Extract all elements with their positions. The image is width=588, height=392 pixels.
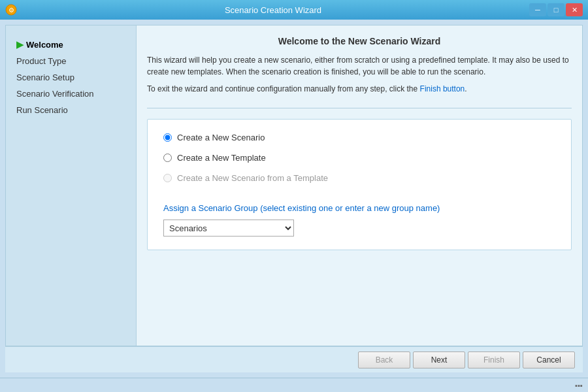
welcome-header: Welcome to the New Scenario Wizard xyxy=(147,36,572,46)
sidebar-label-scenario-setup: Scenario Setup xyxy=(16,73,74,82)
minimize-button[interactable]: ─ xyxy=(529,3,546,16)
radio-create-new-template-input[interactable] xyxy=(163,154,172,162)
radio-create-from-template-label: Create a New Scenario from a Template xyxy=(177,173,328,183)
finish-link[interactable]: Finish button xyxy=(420,84,465,93)
sidebar-label-product-type: Product Type xyxy=(16,56,66,66)
radio-create-new-scenario[interactable]: Create a New Scenario xyxy=(163,133,555,142)
sidebar-label-run-scenario: Run Scenario xyxy=(16,105,68,115)
app-icon: ⚙ xyxy=(5,4,17,16)
assign-group-label: Assign a Scenario Group (select existing… xyxy=(163,203,555,213)
scenario-group-select: Scenarios xyxy=(163,220,555,237)
radio-create-new-template-label: Create a New Template xyxy=(177,153,266,163)
status-dots: ▪▪▪ xyxy=(575,382,583,389)
radio-create-new-template[interactable]: Create a New Template xyxy=(163,153,555,163)
window-controls: ─ □ ✕ xyxy=(529,3,583,16)
title-bar: ⚙ Scenario Creation Wizard ─ □ ✕ xyxy=(0,0,588,20)
active-arrow-icon: ▶ xyxy=(16,39,24,50)
sidebar-item-run-scenario[interactable]: Run Scenario xyxy=(14,102,128,118)
status-bar: ▪▪▪ xyxy=(0,378,588,392)
close-button[interactable]: ✕ xyxy=(566,3,583,16)
cancel-button[interactable]: Cancel xyxy=(523,351,575,368)
content-area: Welcome to the New Scenario Wizard This … xyxy=(137,25,582,346)
sidebar-label-welcome: Welcome xyxy=(26,40,63,50)
radio-create-new-scenario-input[interactable] xyxy=(163,133,172,142)
divider xyxy=(147,108,572,108)
bottom-bar: Back Next Finish Cancel xyxy=(5,346,583,372)
sidebar-item-product-type[interactable]: Product Type xyxy=(14,53,128,69)
sidebar-item-scenario-verification[interactable]: Scenario Verification xyxy=(14,86,128,102)
main-area: ▶ Welcome Product Type Scenario Setup Sc… xyxy=(0,20,588,378)
maximize-button[interactable]: □ xyxy=(547,3,564,16)
window-title: Scenario Creation Wizard xyxy=(17,5,529,15)
description-1: This wizard will help you create a new s… xyxy=(147,54,572,78)
sidebar-item-welcome[interactable]: ▶ Welcome xyxy=(14,36,128,53)
back-button[interactable]: Back xyxy=(358,351,410,368)
wizard-container: ▶ Welcome Product Type Scenario Setup Sc… xyxy=(5,25,583,346)
sidebar-label-scenario-verification: Scenario Verification xyxy=(16,89,94,99)
finish-button[interactable]: Finish xyxy=(468,351,520,368)
radio-create-from-template: Create a New Scenario from a Template xyxy=(163,173,555,183)
description-2: To exit the wizard and continue configur… xyxy=(147,83,572,95)
svg-text:⚙: ⚙ xyxy=(8,7,14,14)
radio-create-new-scenario-label: Create a New Scenario xyxy=(177,133,265,142)
next-button[interactable]: Next xyxy=(413,351,465,368)
radio-create-from-template-input xyxy=(163,174,172,182)
scenario-group-dropdown[interactable]: Scenarios xyxy=(163,220,294,237)
options-panel: Create a New Scenario Create a New Templ… xyxy=(147,119,572,250)
sidebar: ▶ Welcome Product Type Scenario Setup Sc… xyxy=(6,25,137,346)
sidebar-item-scenario-setup[interactable]: Scenario Setup xyxy=(14,69,128,86)
